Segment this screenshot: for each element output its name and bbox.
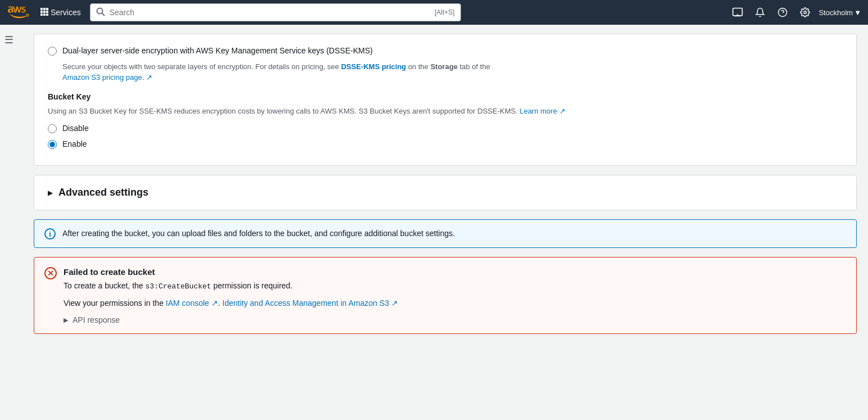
external-icon-s3: ↗: [391, 299, 398, 308]
region-label: Stockholm: [819, 8, 853, 17]
disable-option: Disable: [48, 123, 843, 134]
svg-rect-6: [40, 13, 43, 16]
enable-radio[interactable]: [48, 140, 57, 149]
dsse-description: Secure your objects with two separate la…: [62, 61, 843, 83]
search-bar[interactable]: [Alt+S]: [90, 3, 461, 21]
dsse-desc-end: tab of the: [458, 62, 490, 71]
s3-pricing-link[interactable]: Amazon S3 pricing page. ↗: [62, 73, 152, 82]
svg-rect-5: [46, 11, 48, 13]
svg-point-9: [97, 8, 102, 13]
aws-logo[interactable]: [7, 6, 29, 19]
error-links-prefix: View your permissions in the: [64, 299, 166, 308]
grid-icon: [40, 8, 48, 17]
svg-rect-3: [40, 11, 43, 13]
info-text: After creating the bucket, you can uploa…: [62, 228, 455, 240]
info-box: i After creating the bucket, you can upl…: [34, 219, 857, 248]
search-icon: [96, 7, 105, 18]
bucket-key-text: Using an S3 Bucket Key for SSE-KMS reduc…: [48, 107, 519, 115]
s3-iam-link[interactable]: Identity and Access Management in Amazon…: [223, 299, 398, 308]
external-icon: ↗: [559, 107, 566, 115]
help-icon[interactable]: [774, 3, 792, 21]
sidebar-toggle[interactable]: ☰: [4, 34, 13, 46]
settings-icon[interactable]: [796, 3, 814, 21]
error-links: View your permissions in the IAM console…: [64, 299, 846, 308]
enable-label[interactable]: Enable: [62, 139, 87, 150]
error-links-mid: .: [218, 299, 223, 308]
svg-point-14: [804, 11, 807, 14]
api-response-label: API response: [73, 315, 120, 324]
dsse-desc-mid: on the: [406, 62, 430, 71]
nav-right-icons: Stockholm ▼: [729, 3, 861, 21]
bucket-key-learn-more[interactable]: Learn more ↗: [519, 107, 565, 115]
search-shortcut: [Alt+S]: [435, 8, 455, 16]
enable-option: Enable: [48, 139, 843, 150]
disable-label[interactable]: Disable: [62, 123, 89, 134]
svg-line-10: [102, 13, 105, 16]
dsse-kms-option: Dual-layer server-side encryption with A…: [48, 46, 843, 57]
advanced-settings-section: ▶ Advanced settings: [34, 175, 857, 210]
error-body: To create a bucket, the s3:CreateBucket …: [64, 280, 292, 292]
api-chevron-icon: ▶: [64, 317, 68, 324]
services-nav[interactable]: Services: [36, 6, 85, 20]
svg-rect-7: [43, 13, 46, 16]
dsse-kms-radio[interactable]: [48, 47, 57, 56]
svg-rect-4: [43, 11, 46, 13]
svg-rect-0: [40, 8, 43, 10]
info-icon: i: [44, 228, 56, 240]
services-label: Services: [51, 8, 81, 17]
search-input[interactable]: [110, 8, 430, 17]
bucket-key-title: Bucket Key: [48, 92, 843, 101]
top-navigation: Services [Alt+S]: [0, 0, 868, 25]
bucket-key-desc: Using an S3 Bucket Key for SSE-KMS reduc…: [48, 106, 843, 117]
error-box: ✕ Failed to create bucket To create a bu…: [34, 257, 857, 334]
storage-bold: Storage: [431, 62, 458, 71]
main-content: Dual-layer server-side encryption with A…: [0, 25, 868, 420]
svg-rect-8: [46, 13, 48, 16]
error-body-end: permission is required.: [211, 281, 293, 290]
iam-console-link[interactable]: IAM console ↗: [166, 299, 218, 308]
encryption-section: Dual-layer server-side encryption with A…: [34, 34, 857, 166]
error-title: Failed to create bucket: [64, 267, 292, 278]
external-link-icon: ↗: [146, 73, 152, 82]
error-body-text: To create a bucket, the: [64, 281, 146, 290]
error-title-block: Failed to create bucket To create a buck…: [64, 267, 292, 292]
notifications-icon[interactable]: [751, 3, 769, 21]
dsse-desc-prefix: Secure your objects with two separate la…: [62, 62, 341, 71]
external-icon-iam: ↗: [211, 299, 218, 308]
error-icon: ✕: [44, 267, 57, 279]
dsse-pricing-link[interactable]: DSSE-KMS pricing: [341, 62, 406, 71]
region-arrow: ▼: [854, 8, 861, 17]
dsse-kms-label[interactable]: Dual-layer server-side encryption with A…: [62, 46, 373, 57]
cloud-shell-icon[interactable]: [729, 3, 747, 21]
error-permission: s3:CreateBucket: [146, 282, 211, 291]
chevron-right-icon: ▶: [48, 189, 53, 197]
svg-rect-1: [43, 8, 46, 10]
advanced-settings-toggle[interactable]: ▶ Advanced settings: [48, 187, 843, 198]
svg-rect-2: [46, 8, 48, 10]
region-selector[interactable]: Stockholm ▼: [819, 8, 861, 17]
error-header: ✕ Failed to create bucket To create a bu…: [44, 267, 846, 292]
advanced-settings-title: Advanced settings: [58, 187, 148, 198]
api-response-toggle[interactable]: ▶ API response: [64, 315, 846, 324]
disable-radio[interactable]: [48, 124, 57, 133]
